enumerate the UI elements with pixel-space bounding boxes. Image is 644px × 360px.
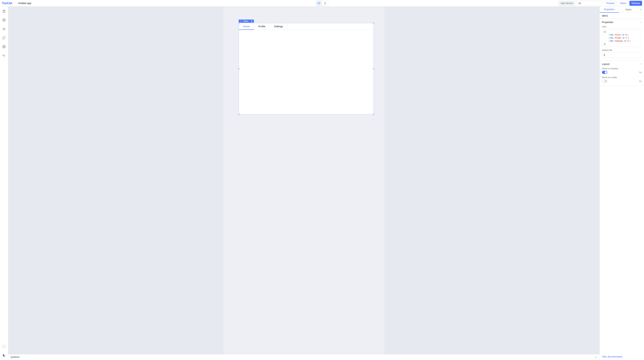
tab-styles[interactable]: Styles xyxy=(619,7,638,12)
tabs-header: Home Profile Settings xyxy=(239,23,374,30)
panel-tabs: Properties Styles xyxy=(600,6,644,13)
tabs-widget-wrapper[interactable]: TABS1 Home Profile xyxy=(239,23,374,114)
default-tab-input[interactable] xyxy=(602,52,642,58)
tabs-widget[interactable]: Home Profile Settings xyxy=(239,23,374,114)
header-actions: App Version v1 Preview Share Release xyxy=(558,1,642,6)
section-properties-title: Properties xyxy=(602,21,613,24)
version-select[interactable]: v1 xyxy=(576,1,603,6)
section-properties-header[interactable]: Properties xyxy=(602,21,642,24)
pages-icon[interactable] xyxy=(2,9,6,14)
section-layout: Layout Show on desktop Fx Show on mobile… xyxy=(600,61,644,86)
viewport-mobile-button[interactable] xyxy=(322,1,328,6)
svg-point-6 xyxy=(240,21,241,22)
docs-link[interactable]: Tabs documentation xyxy=(602,356,622,358)
queries-panel[interactable]: QUERIES xyxy=(8,354,600,360)
resize-handle-ml[interactable] xyxy=(238,68,240,70)
tab-profile[interactable]: Profile xyxy=(254,23,270,30)
resize-handle-mr[interactable] xyxy=(373,68,374,70)
version-value: v1 xyxy=(578,2,581,4)
fx-button-mobile[interactable]: Fx xyxy=(640,80,642,82)
undo-icon[interactable] xyxy=(2,53,6,58)
section-layout-title: Layout xyxy=(602,62,610,66)
resize-handle-tr[interactable] xyxy=(373,22,374,24)
show-mobile-label: Show on mobile xyxy=(602,76,642,78)
theme-toggle-icon[interactable] xyxy=(2,353,6,357)
resize-handle-bl[interactable] xyxy=(238,114,240,115)
section-properties: Properties Tabs {{[ { title: 'Home', id:… xyxy=(600,19,644,61)
canvas-wrapper: TABS1 Home Profile xyxy=(8,6,600,360)
datasource-icon[interactable] xyxy=(2,18,6,22)
chat-icon[interactable] xyxy=(2,344,6,348)
viewport-desktop-button[interactable] xyxy=(316,1,322,6)
tab-properties[interactable]: Properties xyxy=(600,6,619,13)
chevron-up-icon xyxy=(640,63,642,65)
chevron-up-icon[interactable] xyxy=(594,356,597,359)
share-button[interactable]: Share xyxy=(618,1,628,6)
viewport-switcher xyxy=(316,0,328,6)
fx-button-desktop[interactable]: Fx xyxy=(640,71,642,74)
comments-icon[interactable] xyxy=(2,36,6,40)
close-panel-button[interactable] xyxy=(638,8,644,11)
canvas-scroll[interactable]: TABS1 Home Profile xyxy=(8,6,600,354)
settings-icon[interactable] xyxy=(2,44,6,49)
top-header: ToolJet Untitled app App Version v1 Prev… xyxy=(0,0,644,6)
resize-handle-tl[interactable] xyxy=(238,22,240,24)
tabs-code-input[interactable]: {{[ { title: 'Home', id: '0' }, { title:… xyxy=(602,29,642,47)
close-icon xyxy=(640,8,642,11)
svg-rect-0 xyxy=(318,2,320,4)
widget-selection-label: TABS1 xyxy=(239,20,254,23)
chevron-down-icon xyxy=(599,2,601,4)
preview-button[interactable]: Preview xyxy=(604,1,617,6)
tab-settings[interactable]: Settings xyxy=(270,23,288,30)
desktop-icon xyxy=(318,2,320,4)
main-area: TABS1 Home Profile xyxy=(0,6,644,360)
show-mobile-toggle[interactable] xyxy=(602,80,607,83)
panel-footer: Tabs documentation xyxy=(600,354,644,360)
tab-home[interactable]: Home xyxy=(239,23,254,30)
debug-icon[interactable] xyxy=(2,27,6,31)
left-sidebar xyxy=(0,6,8,360)
queries-title: QUERIES xyxy=(10,356,20,358)
resize-handle-br[interactable] xyxy=(373,114,374,115)
default-tab-label: Default tab xyxy=(602,49,642,51)
app-version-label: App Version xyxy=(558,1,575,6)
svg-rect-2 xyxy=(3,10,5,13)
svg-point-5 xyxy=(4,46,4,47)
trash-icon[interactable] xyxy=(251,20,253,22)
release-button[interactable]: Release xyxy=(630,1,642,6)
component-name[interactable]: tabs1 xyxy=(600,13,644,19)
svg-point-3 xyxy=(3,19,5,20)
logo: ToolJet xyxy=(2,2,12,5)
widget-label-text: TABS1 xyxy=(243,20,248,22)
svg-point-4 xyxy=(4,28,4,30)
show-desktop-label: Show on desktop xyxy=(602,67,642,70)
tabs-field-label: Tabs xyxy=(602,26,642,28)
app-title[interactable]: Untitled app xyxy=(18,2,31,4)
canvas[interactable]: TABS1 Home Profile xyxy=(207,6,401,354)
section-layout-header[interactable]: Layout xyxy=(602,62,642,66)
properties-panel: Properties Styles tabs1 Properties Tabs … xyxy=(600,6,644,360)
mobile-icon xyxy=(324,2,326,4)
widget-gear-icon xyxy=(240,20,242,22)
show-desktop-toggle[interactable] xyxy=(602,71,607,74)
chevron-up-icon xyxy=(640,21,642,24)
